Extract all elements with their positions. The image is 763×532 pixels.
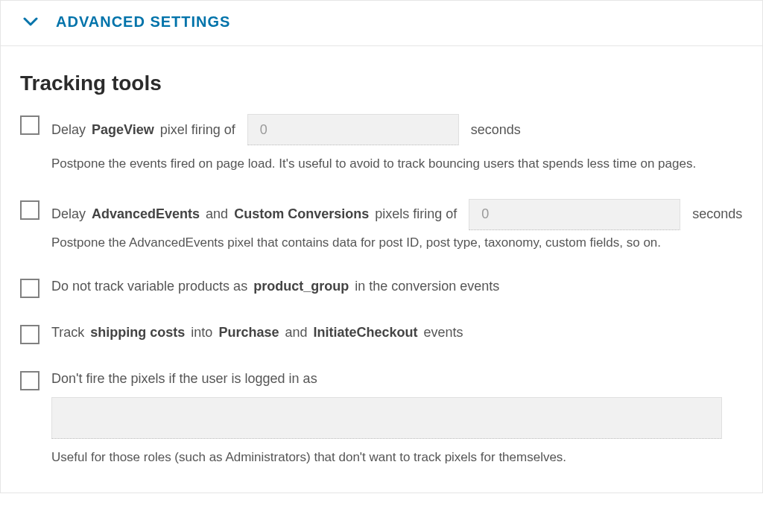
option-label: Track shipping costs into Purchase and I… xyxy=(51,323,743,342)
label-text: Delay xyxy=(51,121,86,139)
label-text: seconds xyxy=(471,121,521,139)
label-text: events xyxy=(424,323,463,342)
label-text: Track xyxy=(51,323,84,342)
checkbox-track-shipping-costs[interactable] xyxy=(20,325,39,344)
input-delay-advanced-seconds[interactable] xyxy=(469,199,680,230)
advanced-settings-panel: ADVANCED SETTINGS Tracking tools Delay P… xyxy=(0,0,763,493)
section-heading: Tracking tools xyxy=(20,69,743,98)
option-label: Delay AdvancedEvents and Custom Conversi… xyxy=(51,199,743,230)
panel-body: Tracking tools Delay PageView pixel firi… xyxy=(1,46,762,493)
label-bold: product_group xyxy=(253,277,349,296)
label-text: pixels firing of xyxy=(375,205,457,224)
label-text: seconds xyxy=(692,205,742,224)
label-text: into xyxy=(191,323,212,342)
option-delay-pageview: Delay PageView pixel firing of seconds P… xyxy=(20,114,743,174)
label-bold: Custom Conversions xyxy=(234,205,369,224)
help-text: Postpone the events fired on page load. … xyxy=(51,154,743,174)
option-delay-advanced-events: Delay AdvancedEvents and Custom Conversi… xyxy=(20,199,743,253)
option-track-shipping-costs: Track shipping costs into Purchase and I… xyxy=(20,323,743,344)
option-label: Do not track variable products as produc… xyxy=(51,277,743,296)
help-text: Postpone the AdvancedEvents pixel that c… xyxy=(51,233,743,253)
option-content: Delay AdvancedEvents and Custom Conversi… xyxy=(51,199,743,253)
help-text: Useful for those roles (such as Administ… xyxy=(51,448,743,467)
label-bold: InitiateCheckout xyxy=(313,323,417,342)
option-content: Delay PageView pixel firing of seconds P… xyxy=(51,114,743,174)
option-content: Track shipping costs into Purchase and I… xyxy=(51,323,743,342)
label-bold: PageView xyxy=(92,121,154,139)
panel-header[interactable]: ADVANCED SETTINGS xyxy=(1,1,762,46)
checkbox-delay-advanced-events[interactable] xyxy=(20,200,39,220)
checkbox-exclude-roles[interactable] xyxy=(20,371,39,390)
checkbox-delay-pageview[interactable] xyxy=(20,115,39,135)
label-text: in the conversion events xyxy=(355,277,499,296)
option-label: Delay PageView pixel firing of seconds xyxy=(51,114,743,145)
label-text: pixel firing of xyxy=(160,121,235,139)
label-bold: Purchase xyxy=(218,323,279,342)
option-label: Don't fire the pixels if the user is log… xyxy=(51,370,743,388)
label-text: and xyxy=(206,205,228,224)
panel-title: ADVANCED SETTINGS xyxy=(56,11,230,32)
label-text: Don't fire the pixels if the user is log… xyxy=(51,370,317,388)
chevron-down-icon xyxy=(23,16,38,27)
label-text: Delay xyxy=(51,205,86,224)
option-exclude-roles: Don't fire the pixels if the user is log… xyxy=(20,370,743,467)
option-content: Don't fire the pixels if the user is log… xyxy=(51,370,743,467)
label-text: Do not track variable products as xyxy=(51,277,247,296)
input-delay-pageview-seconds[interactable] xyxy=(247,114,459,145)
option-content: Do not track variable products as produc… xyxy=(51,277,743,296)
label-bold: AdvancedEvents xyxy=(92,205,200,224)
label-text: and xyxy=(285,323,307,342)
label-bold: shipping costs xyxy=(90,323,185,342)
option-no-variable-products: Do not track variable products as produc… xyxy=(20,277,743,298)
select-exclude-roles[interactable] xyxy=(51,397,722,439)
checkbox-no-variable-products[interactable] xyxy=(20,279,39,298)
